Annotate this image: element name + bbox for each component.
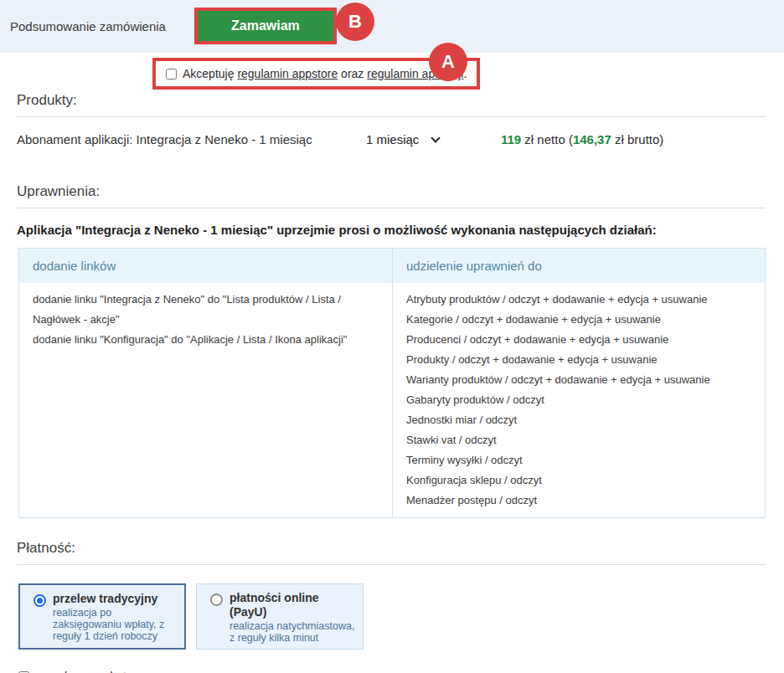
permission-item: Konfiguracja sklepu / odczyt (406, 470, 751, 491)
permission-item: Stawki vat / odczyt (406, 430, 751, 450)
order-summary-header: Podsumowanie zamówienia (0, 0, 784, 53)
coupon-label: mam kupon rabatowy (35, 670, 147, 673)
permission-item: Gabaryty produktów / odczyt (406, 390, 751, 410)
chevron-down-icon (431, 133, 441, 142)
permission-item: Warianty produktów / odczyt + dodawanie … (406, 370, 751, 390)
permission-item: Produkty / odczyt + dodawanie + edycja +… (406, 350, 751, 370)
permissions-cell: Atrybuty produktów / odczyt + dodawanie … (392, 283, 765, 517)
permission-item: Jednostki miar / odczyt (406, 410, 751, 430)
permissions-section-heading: Uprawnienia: (17, 183, 766, 208)
terms-checkbox[interactable] (166, 69, 177, 80)
terms-prefix: Akceptuję (183, 67, 237, 80)
product-price: 119 zł netto (146,37 zł brutto) (501, 132, 663, 146)
payment-options: przelew tradycyjny realizacja po zaksięg… (18, 583, 766, 650)
permissions-table: dodanie linków udzielenie uprawnień do d… (18, 248, 766, 518)
payment-option-title: płatności online (PayU) (230, 591, 358, 619)
permission-item: Atrybuty produktów / odczyt + dodawanie … (406, 290, 751, 310)
payment-section-heading: Płatność: (17, 540, 766, 565)
payment-option-description: realizacja natychmiastowa, z reguły kilk… (230, 620, 358, 644)
price-gross-label: zł brutto) (611, 132, 664, 146)
duration-select[interactable]: 1 miesiąc (366, 132, 501, 146)
order-button[interactable]: Zamawiam (198, 11, 333, 41)
radio-checked-icon[interactable] (34, 594, 46, 607)
price-net-label: zł netto ( (521, 132, 573, 146)
payment-option-description: realizacja po zaksięgowaniu wpłaty, z re… (53, 607, 179, 642)
table-header-permissions: udzielenie uprawnień do (392, 249, 765, 283)
products-section-heading: Produkty: (17, 92, 766, 117)
permission-item: Menadżer postępu / odczyt (406, 491, 751, 511)
appstore-terms-link[interactable]: regulamin appstore (237, 67, 338, 80)
price-net: 119 (501, 132, 521, 146)
price-gross: 146,37 (573, 132, 611, 146)
radio-unchecked-icon[interactable] (210, 593, 223, 606)
permission-item: Kategorie / odczyt + dodawanie + edycja … (406, 310, 751, 330)
permission-item: Terminy wysyłki / odczyt (406, 450, 751, 470)
payment-option-title: przelew tradycyjny (53, 592, 179, 606)
payment-option-payu[interactable]: płatności online (PayU) realizacja natyc… (196, 583, 364, 650)
product-row: Abonament aplikacji: Integracja z Neneko… (17, 132, 766, 146)
annotation-circle-a: A (429, 43, 467, 81)
link-item: dodanie linku "Konfiguracja" do "Aplikac… (33, 330, 379, 350)
coupon-row: mam kupon rabatowy (18, 670, 784, 673)
duration-select-value: 1 miesiąc (366, 132, 419, 146)
page-title: Podsumowanie zamówienia (10, 19, 166, 33)
link-item: dodanie linku "Integracja z Neneko" do "… (33, 290, 379, 330)
terms-label: Akceptuję regulamin appstore oraz regula… (183, 67, 467, 80)
payment-option-bank-transfer[interactable]: przelew tradycyjny realizacja po zaksięg… (18, 583, 186, 650)
links-cell: dodanie linku "Integracja z Neneko" do "… (19, 283, 392, 517)
payment-option-text: przelew tradycyjny realizacja po zaksięg… (53, 592, 179, 643)
permissions-intro: Aplikacja "Integracja z Neneko - 1 miesi… (17, 223, 766, 237)
annotation-circle-b: B (336, 3, 374, 41)
product-name: Abonament aplikacji: Integracja z Neneko… (17, 132, 366, 146)
order-button-highlight: Zamawiam (194, 8, 337, 44)
table-header-links: dodanie linków (19, 249, 392, 283)
payment-option-text: płatności online (PayU) realizacja natyc… (230, 591, 358, 644)
terms-middle: oraz (338, 67, 367, 80)
permission-item: Producenci / odczyt + dodawanie + edycja… (406, 330, 751, 350)
